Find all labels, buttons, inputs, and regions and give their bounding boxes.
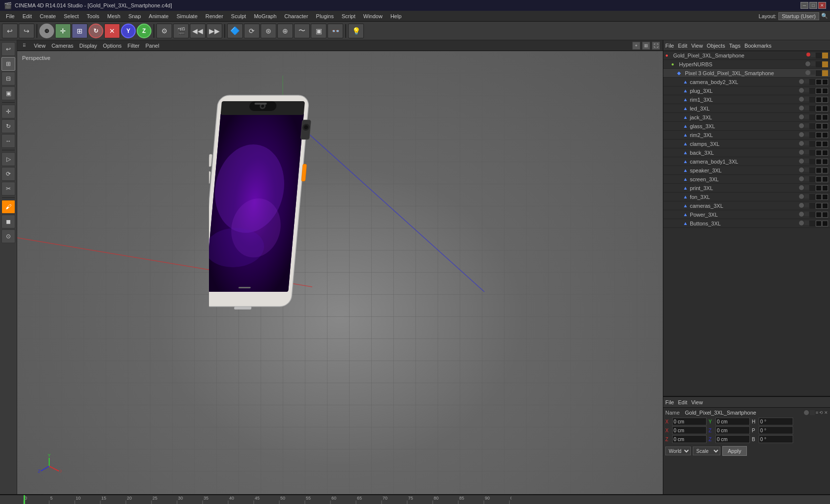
lt-rotate[interactable]: ↻: [1, 119, 15, 133]
obj-item-plug_3xl[interactable]: ▲ plug_3XL: [663, 86, 830, 95]
obj-item-print_3xl[interactable]: ▲ print_3XL: [663, 184, 830, 193]
cancel-btn[interactable]: ✕: [104, 24, 120, 38]
vp-tab-options[interactable]: Options: [103, 43, 121, 49]
z-axis-btn[interactable]: Z: [137, 24, 151, 38]
redo-btn[interactable]: ↪: [19, 24, 34, 38]
menu-character[interactable]: Character: [280, 12, 312, 20]
obj-item-back_3xl[interactable]: ▲ back_3XL: [663, 148, 830, 157]
film-btn[interactable]: 🎬: [173, 24, 189, 38]
attr-z-scale[interactable]: [715, 435, 750, 443]
obj-item-rim2_3xl[interactable]: ▲ rim2_3XL: [663, 131, 830, 140]
minimize-btn[interactable]: ─: [800, 2, 808, 9]
attr-p-val[interactable]: [759, 426, 793, 434]
cube-btn[interactable]: 🔷: [227, 24, 243, 38]
close-btn[interactable]: ✕: [818, 2, 826, 9]
obj-item-rim1_3xl[interactable]: ▲ rim1_3XL: [663, 95, 830, 104]
vr-btn[interactable]: 👓: [327, 24, 343, 38]
obj-item-root[interactable]: ● Gold_Pixel_3XL_Smartphone: [663, 51, 830, 60]
menu-plugins[interactable]: Plugins: [312, 12, 338, 20]
menu-create[interactable]: Create: [36, 12, 60, 20]
attr-tb-view[interactable]: View: [691, 399, 703, 405]
obj-item-clamps_3xl[interactable]: ▲ clamps_3XL: [663, 140, 830, 148]
obj-tb-edit[interactable]: Edit: [678, 43, 687, 49]
menu-script[interactable]: Script: [338, 12, 359, 20]
lt-select[interactable]: ▷: [1, 152, 15, 166]
obj-item-camera_body1_3xl[interactable]: ▲ camera_body1_3XL: [663, 157, 830, 166]
attr-b-val[interactable]: [759, 435, 793, 443]
menu-file[interactable]: File: [2, 12, 19, 20]
obj-tb-objects[interactable]: Objects: [707, 43, 725, 49]
obj-item-cameras_3xl[interactable]: ▲ cameras_3XL: [663, 201, 830, 210]
viewport-canvas[interactable]: Perspective: [17, 51, 663, 494]
attr-z-rot[interactable]: [672, 435, 707, 443]
obj-item-pixel3[interactable]: ◆ Pixel 3 Gold_Pixel_3XL_Smartphone: [663, 69, 830, 78]
menu-edit[interactable]: Edit: [19, 12, 36, 20]
menu-help[interactable]: Help: [386, 12, 406, 20]
scale-btn[interactable]: ⊞: [72, 24, 88, 38]
attr-y-pos[interactable]: [715, 418, 750, 425]
menu-tools[interactable]: Tools: [83, 12, 103, 20]
lt-scale[interactable]: ↔: [1, 134, 15, 148]
select-mode-btn[interactable]: ⊕: [39, 24, 54, 38]
menu-simulate[interactable]: Simulate: [173, 12, 202, 20]
bend-btn[interactable]: ⟳: [244, 24, 260, 38]
layout-search-icon[interactable]: 🔍: [821, 13, 828, 19]
menu-select[interactable]: Select: [60, 12, 83, 20]
attr-x-pos[interactable]: [672, 418, 707, 425]
obj-item-buttons_3xl[interactable]: ▲ Buttons_3XL: [663, 219, 830, 228]
obj-item-screen_3xl[interactable]: ▲ screen_3XL: [663, 175, 830, 184]
apply-button[interactable]: Apply: [722, 446, 747, 456]
menu-mograph[interactable]: MoGraph: [250, 12, 280, 20]
menu-sculpt[interactable]: Sculpt: [227, 12, 250, 20]
vp-fullscreen-btn[interactable]: ⛶: [652, 42, 660, 50]
lt-mode1[interactable]: ⊞: [1, 57, 15, 71]
lt-loop[interactable]: ⟳: [1, 167, 15, 181]
vp-tab-view[interactable]: View: [34, 43, 46, 49]
maximize-btn[interactable]: □: [809, 2, 817, 9]
attr-tb-file[interactable]: File: [665, 399, 674, 405]
attr-tb-edit[interactable]: Edit: [678, 399, 687, 405]
vp-tab-filter[interactable]: Filter: [127, 43, 139, 49]
y-axis-btn[interactable]: Y: [121, 24, 136, 38]
lt-undo[interactable]: ↩: [1, 42, 15, 56]
titlebar-controls[interactable]: ─ □ ✕: [800, 2, 826, 9]
menu-render[interactable]: Render: [202, 12, 227, 20]
obj-item-fon_3xl[interactable]: ▲ fon_3XL: [663, 193, 830, 201]
attr-x-rot[interactable]: [672, 426, 707, 434]
lt-mode2[interactable]: ⊟: [1, 72, 15, 85]
obj-tb-bookmarks[interactable]: Bookmarks: [744, 43, 771, 49]
next-frame-btn[interactable]: ▶▶: [207, 24, 222, 38]
menu-snap[interactable]: Snap: [124, 12, 145, 20]
lt-paint[interactable]: 🖌: [1, 200, 15, 214]
obj-item-hypernurbs[interactable]: ● HyperNURBS: [663, 60, 830, 69]
instance-btn[interactable]: ⊕: [277, 24, 293, 38]
lt-mode3[interactable]: ▣: [1, 86, 15, 100]
array-btn[interactable]: ⊛: [261, 24, 276, 38]
obj-tb-tags[interactable]: Tags: [729, 43, 741, 49]
vp-lock-btn[interactable]: +: [632, 42, 640, 50]
vp-frame-btn[interactable]: ⊞: [642, 42, 650, 50]
move-btn[interactable]: ✛: [55, 24, 71, 38]
attr-z-pos[interactable]: [715, 426, 750, 434]
layout-value[interactable]: Startup (User): [778, 12, 819, 20]
lt-move[interactable]: ✛: [1, 105, 15, 118]
obj-item-camera_body2_3xl[interactable]: ▲ camera_body2_3XL: [663, 78, 830, 86]
lt-knife[interactable]: ✂: [1, 182, 15, 196]
rotate-btn[interactable]: ↻: [89, 24, 103, 38]
obj-item-led_3xl[interactable]: ▲ led_3XL: [663, 104, 830, 113]
lt-fill[interactable]: ◼: [1, 215, 15, 228]
coord-system-select[interactable]: World Local: [665, 447, 691, 455]
vp-tab-display[interactable]: Display: [79, 43, 97, 49]
obj-item-glass_3xl[interactable]: ▲ glass_3XL: [663, 122, 830, 131]
transform-mode-select[interactable]: Scale Move Rotate: [693, 447, 720, 455]
undo-btn[interactable]: ↩: [2, 24, 18, 38]
attr-h-val[interactable]: [759, 418, 793, 425]
spline-btn[interactable]: 〜: [294, 24, 310, 38]
menu-mesh[interactable]: Mesh: [103, 12, 124, 20]
vp-tab-panel[interactable]: Panel: [146, 43, 159, 49]
prev-frame-btn[interactable]: ◀◀: [190, 24, 206, 38]
obj-item-speaker_3xl[interactable]: ▲ speaker_3XL: [663, 166, 830, 175]
menu-animate[interactable]: Animate: [145, 12, 173, 20]
lt-sphere[interactable]: ⊙: [1, 229, 15, 243]
light-btn[interactable]: 💡: [348, 24, 364, 38]
